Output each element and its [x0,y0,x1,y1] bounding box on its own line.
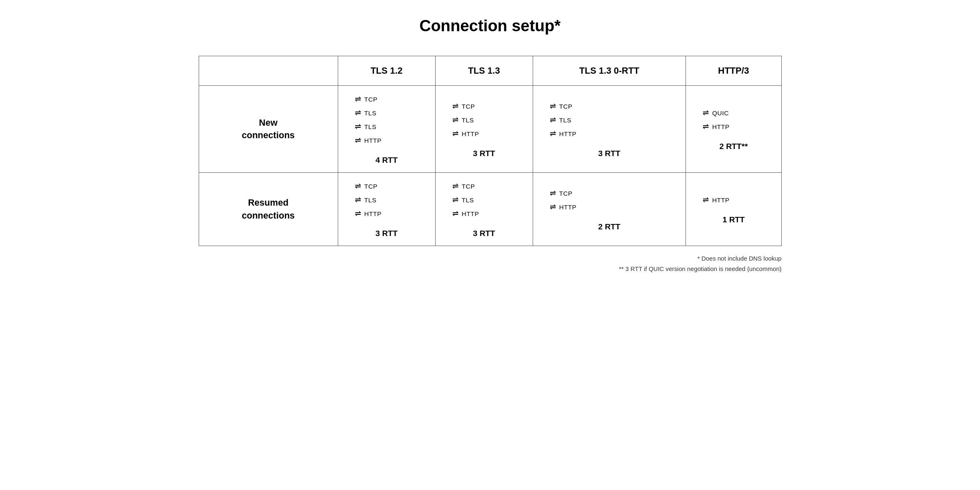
col-header-TLS-1-3-0-RTT: TLS 1.3 0-RTT [533,56,686,86]
protocols-block-r0-c1: ⇌TCP⇌TLS⇌HTTP [436,93,533,145]
protocol-label: TCP [559,190,573,197]
data-cell-r1-c3: ⇌HTTP1 RTT [686,173,781,246]
arrow-icon: ⇌ [452,116,459,124]
rtt-label-r1-c0: 3 RTT [338,225,435,246]
data-cell-r0-c3: ⇌QUIC⇌HTTP2 RTT** [686,86,781,173]
arrow-icon: ⇌ [550,129,556,138]
protocol-row: ⇌TLS [355,109,377,117]
protocol-label: TLS [364,109,377,117]
protocol-label: QUIC [712,109,729,117]
rtt-label-r1-c1: 3 RTT [436,225,533,246]
protocols-block-r1-c0: ⇌TCP⇌TLS⇌HTTP [338,173,435,225]
protocols-block-r0-c0: ⇌TCP⇌TLS⇌TLS⇌HTTP [338,86,435,152]
protocol-row: ⇌HTTP [452,209,479,218]
data-cell-r1-c0: ⇌TCP⇌TLS⇌HTTP3 RTT [338,173,435,246]
page-title: Connection setup* [419,17,561,35]
protocol-label: HTTP [712,196,729,204]
protocol-label: TLS [364,196,377,204]
protocol-label: HTTP [462,130,479,137]
row-header-1: Resumedconnections [199,173,338,246]
protocol-row: ⇌HTTP [550,203,576,211]
protocol-row: ⇌TLS [355,196,377,204]
arrow-icon: ⇌ [355,182,361,191]
protocol-row: ⇌HTTP [452,129,479,138]
arrow-icon: ⇌ [355,122,361,131]
col-header-HTTP/3: HTTP/3 [686,56,781,86]
data-cell-r0-c0: ⇌TCP⇌TLS⇌TLS⇌HTTP4 RTT [338,86,435,173]
protocol-label: TLS [364,123,377,130]
arrow-icon: ⇌ [550,189,556,198]
comparison-table: TLS 1.2TLS 1.3TLS 1.3 0-RTTHTTP/3 Newcon… [199,56,782,246]
arrow-icon: ⇌ [355,209,361,218]
arrow-icon: ⇌ [550,203,556,211]
protocol-row: ⇌TLS [452,116,474,124]
protocol-row: ⇌HTTP [355,136,382,145]
protocol-row: ⇌TCP [355,95,378,104]
footnote-item: * Does not include DNS lookup [199,254,782,264]
arrow-icon: ⇌ [452,182,459,191]
protocol-label: TCP [462,183,475,190]
arrow-icon: ⇌ [452,209,459,218]
footnote-item: ** 3 RTT if QUIC version negotiation is … [199,264,782,274]
protocol-label: TCP [559,103,573,110]
arrow-icon: ⇌ [355,109,361,117]
protocol-row: ⇌TCP [550,189,573,198]
protocol-label: TLS [559,117,571,124]
protocol-row: ⇌TLS [550,116,571,124]
protocol-row: ⇌TLS [355,122,377,131]
protocol-row: ⇌TLS [452,196,474,204]
arrow-icon: ⇌ [452,102,459,111]
protocol-row: ⇌TCP [355,182,378,191]
protocols-block-r1-c1: ⇌TCP⇌TLS⇌HTTP [436,173,533,225]
protocols-block-r0-c2: ⇌TCP⇌TLS⇌HTTP [533,93,686,145]
protocol-label: HTTP [364,210,382,217]
protocol-label: TCP [364,96,378,103]
corner-header [199,56,338,86]
data-cell-r1-c1: ⇌TCP⇌TLS⇌HTTP3 RTT [435,173,533,246]
protocol-label: HTTP [462,210,479,217]
rtt-label-r1-c3: 1 RTT [686,211,781,232]
table-row: Resumedconnections⇌TCP⇌TLS⇌HTTP3 RTT⇌TCP… [199,173,781,246]
arrow-icon: ⇌ [452,196,459,204]
protocol-label: HTTP [559,204,576,211]
protocol-row: ⇌HTTP [355,209,382,218]
arrow-icon: ⇌ [703,196,709,204]
header-row: TLS 1.2TLS 1.3TLS 1.3 0-RTTHTTP/3 [199,56,781,86]
arrow-icon: ⇌ [703,122,709,131]
protocols-block-r1-c2: ⇌TCP⇌HTTP [533,180,686,218]
protocol-row: ⇌HTTP [550,129,576,138]
protocol-label: TCP [462,103,475,110]
arrow-icon: ⇌ [703,109,709,117]
data-cell-r0-c1: ⇌TCP⇌TLS⇌HTTP3 RTT [435,86,533,173]
data-cell-r0-c2: ⇌TCP⇌TLS⇌HTTP3 RTT [533,86,686,173]
rtt-label-r1-c2: 2 RTT [533,218,686,239]
arrow-icon: ⇌ [550,116,556,124]
table-body: Newconnections⇌TCP⇌TLS⇌TLS⇌HTTP4 RTT⇌TCP… [199,86,781,246]
arrow-icon: ⇌ [355,95,361,104]
rtt-label-r0-c0: 4 RTT [338,152,435,172]
protocol-label: HTTP [559,130,576,137]
col-header-TLS-1-2: TLS 1.2 [338,56,435,86]
protocols-block-r1-c3: ⇌HTTP [686,187,781,211]
protocol-label: TLS [462,196,474,204]
rtt-label-r0-c2: 3 RTT [533,145,686,166]
comparison-table-wrapper: TLS 1.2TLS 1.3TLS 1.3 0-RTTHTTP/3 Newcon… [199,56,782,246]
protocol-label: TLS [462,117,474,124]
protocol-row: ⇌TCP [452,102,475,111]
row-header-0: Newconnections [199,86,338,173]
protocol-row: ⇌HTTP [703,122,729,131]
table-row: Newconnections⇌TCP⇌TLS⇌TLS⇌HTTP4 RTT⇌TCP… [199,86,781,173]
arrow-icon: ⇌ [355,136,361,145]
footnotes-section: * Does not include DNS lookup** 3 RTT if… [199,254,782,274]
col-header-TLS-1-3: TLS 1.3 [435,56,533,86]
protocol-label: HTTP [712,123,729,130]
arrow-icon: ⇌ [452,129,459,138]
protocol-row: ⇌HTTP [703,196,729,204]
protocol-row: ⇌TCP [550,102,573,111]
arrow-icon: ⇌ [550,102,556,111]
protocol-label: TCP [364,183,378,190]
protocols-block-r0-c3: ⇌QUIC⇌HTTP [686,99,781,138]
rtt-label-r0-c1: 3 RTT [436,145,533,166]
protocol-row: ⇌QUIC [703,109,729,117]
arrow-icon: ⇌ [355,196,361,204]
